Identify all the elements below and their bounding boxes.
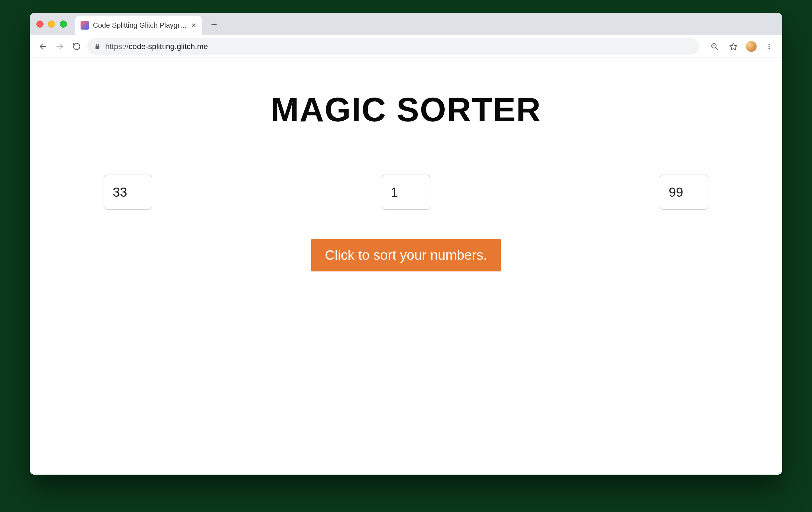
lock-icon [94,43,101,50]
back-button[interactable] [36,40,49,53]
bookmark-button[interactable] [727,40,740,53]
svg-line-3 [716,48,718,49]
svg-point-9 [768,48,770,49]
reload-button[interactable] [70,40,83,53]
window-close-button[interactable] [36,21,44,28]
number-input-1[interactable] [104,174,152,210]
profile-avatar[interactable] [746,41,757,52]
star-icon [729,42,737,51]
page-title: MAGIC SORTER [30,90,782,129]
tab-title: Code Splitting Glitch Playgroun [93,21,187,30]
menu-button[interactable] [763,40,776,53]
arrow-left-icon [39,42,47,51]
number-inputs-row [104,174,708,210]
toolbar: https://code-splitting.glitch.me [30,35,782,58]
window-controls [36,21,67,28]
new-tab-button[interactable]: ＋ [207,17,221,31]
url-host: code-splitting.glitch.me [128,42,208,51]
address-bar[interactable]: https://code-splitting.glitch.me [87,38,700,55]
favicon-icon [81,21,89,30]
tab-strip: Code Splitting Glitch Playgroun ✕ ＋ [30,13,782,35]
svg-point-8 [768,46,770,47]
browser-window: Code Splitting Glitch Playgroun ✕ ＋ http… [30,13,782,475]
zoom-indicator-button[interactable] [708,40,721,53]
reload-icon [72,42,81,51]
kebab-menu-icon [765,43,773,50]
page-content: MAGIC SORTER Click to sort your numbers. [30,58,782,475]
zoom-icon [710,43,719,50]
arrow-right-icon [56,42,64,51]
url-text: https://code-splitting.glitch.me [105,42,208,51]
window-minimize-button[interactable] [48,21,55,28]
tab-close-icon[interactable]: ✕ [191,22,197,29]
sort-button[interactable]: Click to sort your numbers. [311,239,501,271]
number-input-2[interactable] [382,174,430,210]
forward-button[interactable] [53,40,66,53]
url-scheme: https:// [105,42,128,51]
svg-marker-6 [730,43,737,50]
active-tab[interactable]: Code Splitting Glitch Playgroun ✕ [75,16,202,35]
svg-point-7 [768,44,770,45]
window-zoom-button[interactable] [60,21,67,28]
toolbar-right [708,40,776,53]
number-input-3[interactable] [660,174,708,210]
